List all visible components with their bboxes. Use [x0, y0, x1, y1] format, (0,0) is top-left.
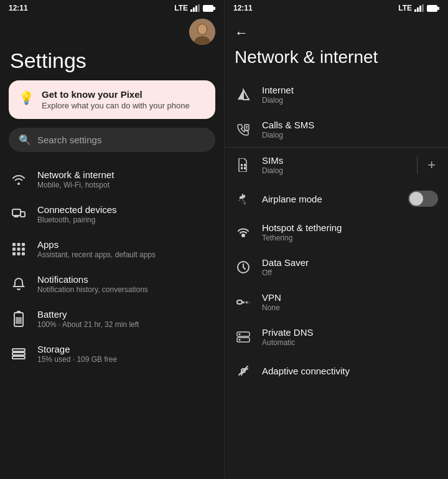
setting-item-notifications[interactable]: Notifications Notification history, conv…	[0, 267, 224, 301]
search-icon: 🔍	[19, 134, 31, 146]
right-item-text-hotspot: Hotspot & tethering Tethering	[262, 222, 438, 242]
setting-text-battery: Battery 100% · About 21 hr, 32 min left	[37, 309, 139, 329]
toggle-knob	[409, 192, 423, 206]
calls-icon	[235, 121, 252, 138]
right-item-text-internet: Internet Dialog	[262, 85, 438, 105]
setting-item-battery[interactable]: Battery 100% · About 21 hr, 32 min left	[0, 301, 224, 336]
avatar[interactable]	[189, 19, 215, 45]
svg-rect-41	[241, 167, 243, 169]
right-item-vpn[interactable]: VPN None	[225, 285, 448, 320]
setting-title-battery: Battery	[37, 309, 139, 320]
setting-subtitle-connected: Bluetooth, pairing	[37, 216, 117, 224]
right-item-subtitle-internet: Dialog	[262, 96, 438, 105]
svg-rect-18	[22, 248, 25, 251]
svg-rect-17	[17, 248, 21, 251]
right-item-text-datasaver: Data Saver Off	[262, 257, 438, 277]
right-network: LTE	[398, 4, 412, 12]
setting-subtitle-network: Mobile, Wi-Fi, hotspot	[37, 181, 114, 189]
right-item-subtitle-vpn: None	[262, 303, 438, 312]
svg-rect-16	[12, 248, 16, 251]
hotspot-icon	[235, 224, 252, 241]
right-item-calls[interactable]: Calls & SMS Dialog	[225, 112, 448, 148]
right-item-subtitle-datasaver: Off	[262, 268, 438, 277]
left-status-bar: 12:11 LTE	[0, 0, 224, 16]
search-bar[interactable]: 🔍 Search settings	[9, 128, 215, 152]
promo-card[interactable]: 💡 Get to know your Pixel Explore what yo…	[9, 80, 215, 119]
svg-rect-5	[213, 7, 215, 10]
bell-icon	[10, 275, 27, 293]
right-item-text-adaptive: Adaptive connectivity	[262, 366, 438, 376]
svg-rect-0	[190, 9, 192, 12]
svg-rect-24	[16, 317, 22, 324]
airplane-toggle[interactable]	[408, 191, 438, 207]
right-item-adaptive[interactable]: Adaptive connectivity	[225, 354, 448, 387]
left-status-right: LTE	[174, 4, 215, 12]
svg-rect-40	[244, 164, 246, 166]
svg-rect-31	[422, 4, 424, 12]
promo-subtitle: Explore what you can do with your phone	[42, 101, 190, 110]
svg-rect-23	[17, 311, 21, 313]
apps-icon	[10, 240, 27, 258]
right-list: Internet Dialog Calls & SMS Dialog	[225, 77, 448, 479]
storage-icon	[10, 345, 27, 363]
right-item-title-vpn: VPN	[262, 292, 438, 303]
right-battery-icon	[427, 5, 439, 12]
right-item-title-datasaver: Data Saver	[262, 257, 438, 268]
right-item-sims[interactable]: SIMs Dialog +	[225, 148, 448, 183]
svg-rect-28	[414, 9, 416, 12]
right-item-text-airplane: Airplane mode	[262, 194, 398, 204]
right-item-text-sims: SIMs Dialog	[262, 155, 404, 175]
sims-divider	[417, 156, 418, 174]
right-item-hotspot[interactable]: Hotspot & tethering Tethering	[225, 215, 448, 250]
setting-title-apps: Apps	[37, 239, 156, 250]
promo-title: Get to know your Pixel	[42, 89, 190, 100]
right-signal-icon	[414, 4, 424, 12]
right-status-right: LTE	[398, 4, 439, 12]
avatar-row	[0, 16, 224, 45]
setting-item-apps[interactable]: Apps Assistant, recent apps, default app…	[0, 232, 224, 267]
setting-item-network[interactable]: Network & internet Mobile, Wi-Fi, hotspo…	[0, 162, 224, 197]
right-item-dns[interactable]: Private DNS Automatic	[225, 320, 448, 354]
setting-subtitle-storage: 15% used · 109 GB free	[37, 355, 117, 364]
svg-rect-20	[17, 252, 21, 255]
svg-rect-25	[12, 349, 25, 351]
right-item-title-internet: Internet	[262, 85, 438, 95]
svg-rect-32	[427, 5, 437, 12]
svg-rect-39	[241, 164, 243, 166]
svg-marker-34	[238, 90, 243, 100]
right-item-subtitle-calls: Dialog	[262, 131, 438, 140]
setting-subtitle-battery: 100% · About 21 hr, 32 min left	[37, 320, 139, 329]
right-item-text-dns: Private DNS Automatic	[262, 327, 438, 347]
back-button[interactable]: ←	[225, 16, 448, 44]
right-item-title-hotspot: Hotspot & tethering	[262, 222, 438, 233]
right-item-title-dns: Private DNS	[262, 327, 438, 338]
svg-rect-15	[22, 243, 25, 246]
right-item-title-airplane: Airplane mode	[262, 194, 398, 204]
right-item-internet[interactable]: Internet Dialog	[225, 77, 448, 112]
svg-point-48	[245, 301, 246, 303]
right-item-subtitle-sims: Dialog	[262, 166, 404, 175]
airplane-icon	[235, 190, 252, 207]
left-panel: 12:11 LTE Settings	[0, 0, 224, 479]
setting-subtitle-apps: Assistant, recent apps, default apps	[37, 250, 156, 259]
add-sim-button[interactable]: +	[425, 157, 438, 173]
right-item-datasaver[interactable]: Data Saver Off	[225, 250, 448, 285]
right-item-subtitle-hotspot: Tethering	[262, 234, 438, 242]
svg-marker-35	[243, 90, 249, 100]
sims-action: +	[414, 156, 438, 174]
svg-rect-36	[245, 125, 249, 130]
datasaver-icon	[235, 258, 252, 276]
right-item-title-calls: Calls & SMS	[262, 120, 438, 130]
right-item-airplane[interactable]: Airplane mode	[225, 183, 448, 215]
promo-text: Get to know your Pixel Explore what you …	[42, 89, 190, 110]
svg-point-10	[199, 26, 205, 32]
setting-item-storage[interactable]: Storage 15% used · 109 GB free	[0, 336, 224, 371]
devices-icon	[10, 206, 27, 223]
setting-item-connected[interactable]: Connected devices Bluetooth, pairing	[0, 197, 224, 232]
dns-icon	[235, 328, 252, 346]
battery-setting-icon	[10, 310, 27, 328]
setting-title-network: Network & internet	[37, 169, 114, 180]
svg-rect-46	[237, 300, 242, 304]
svg-rect-29	[417, 7, 419, 12]
setting-subtitle-notifications: Notification history, conversations	[37, 285, 148, 294]
